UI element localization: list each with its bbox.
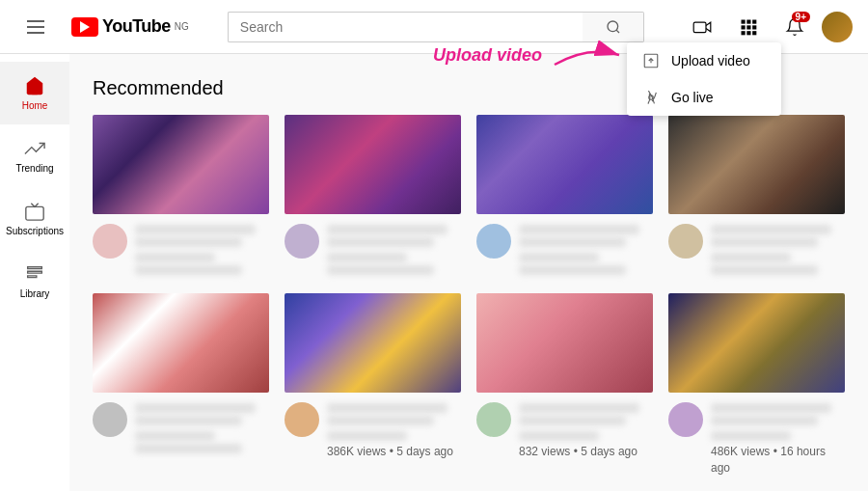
sidebar-library-label: Library: [20, 288, 50, 299]
video-title: [327, 225, 448, 234]
video-card-4[interactable]: [668, 115, 845, 278]
video-info: [285, 222, 461, 278]
video-thumbnail: [93, 115, 269, 214]
subscriptions-icon: [24, 201, 45, 222]
video-card-6[interactable]: 386K views • 5 days ago: [285, 293, 461, 477]
golive-icon: [642, 89, 660, 106]
video-title: [519, 225, 639, 234]
svg-rect-5: [752, 19, 756, 23]
channel-avatar: [476, 402, 511, 437]
video-stats: [519, 265, 626, 275]
camera-button[interactable]: [683, 8, 721, 46]
sidebar-home-label: Home: [22, 100, 48, 111]
video-title-2: [711, 237, 818, 247]
svg-rect-11: [752, 31, 756, 35]
notification-button[interactable]: 9+: [775, 8, 814, 46]
video-title-2: [135, 237, 242, 247]
sidebar-item-home[interactable]: Home: [0, 62, 69, 124]
logo[interactable]: YouTubeNG: [71, 16, 189, 37]
svg-rect-8: [752, 25, 756, 29]
video-thumbnail: [476, 115, 653, 214]
video-thumbnail: [93, 293, 269, 393]
logo-text: YouTube: [102, 16, 171, 37]
upload-icon: [642, 52, 660, 69]
channel-name: [135, 253, 215, 262]
video-title-2: [327, 416, 434, 425]
video-thumbnail: [668, 115, 845, 214]
go-live-label: Go live: [671, 90, 714, 105]
video-title: [519, 403, 639, 413]
video-info: [668, 222, 845, 278]
video-card-2[interactable]: [285, 115, 461, 278]
video-meta: 386K views • 5 days ago: [327, 400, 461, 460]
channel-avatar: [285, 402, 319, 437]
channel-avatar: [285, 224, 319, 259]
video-card-5[interactable]: [93, 293, 269, 477]
main-content: Recommended: [69, 54, 868, 491]
channel-name: [327, 431, 407, 441]
video-stats: 832 views • 5 days ago: [519, 444, 653, 460]
notification-badge: 9+: [792, 12, 810, 22]
video-thumbnail: [285, 115, 461, 214]
svg-rect-10: [746, 31, 750, 35]
video-meta: 832 views • 5 days ago: [519, 400, 653, 460]
sidebar-item-library[interactable]: Library: [0, 250, 69, 313]
svg-line-1: [616, 30, 619, 33]
apps-button[interactable]: [729, 8, 768, 46]
header-left: YouTubeNG: [15, 9, 189, 45]
video-stats: [135, 265, 242, 275]
sidebar-item-trending[interactable]: Trending: [0, 124, 69, 187]
video-title-2: [711, 416, 818, 425]
channel-avatar: [476, 224, 511, 259]
upload-video-item[interactable]: Upload video: [627, 42, 781, 79]
video-grid: 386K views • 5 days ago 832 views • 5 da…: [93, 115, 845, 476]
avatar[interactable]: [822, 12, 853, 42]
channel-name: [519, 431, 599, 441]
video-info: [93, 400, 269, 456]
video-meta: [519, 222, 653, 278]
svg-rect-2: [693, 22, 706, 32]
video-meta: [135, 400, 269, 456]
video-thumbnail: [668, 293, 845, 393]
sidebar: Home Trending Subscriptions Library: [0, 54, 69, 491]
video-title: [327, 403, 448, 413]
channel-name: [519, 253, 599, 262]
video-title: [711, 403, 831, 413]
video-info: 832 views • 5 days ago: [476, 400, 653, 460]
youtube-logo-icon: [71, 17, 98, 37]
svg-rect-12: [26, 206, 43, 220]
video-title-2: [519, 416, 626, 425]
video-card-8[interactable]: 486K views • 16 hours ago: [668, 293, 845, 477]
camera-icon: [692, 19, 713, 35]
search-form: [228, 12, 644, 42]
video-title-2: [135, 416, 242, 425]
channel-name: [135, 431, 215, 441]
hamburger-icon: [23, 16, 48, 38]
hamburger-button[interactable]: [15, 9, 56, 45]
library-icon: [24, 263, 45, 285]
video-title: [135, 403, 256, 413]
video-info: [476, 222, 653, 278]
search-input[interactable]: [228, 12, 583, 42]
channel-avatar: [668, 224, 703, 259]
go-live-item[interactable]: Go live: [627, 79, 781, 116]
channel-name: [327, 253, 407, 262]
channel-avatar: [93, 224, 127, 259]
upload-video-label: Upload video: [671, 53, 750, 68]
video-info: 486K views • 16 hours ago: [668, 400, 845, 477]
home-icon: [24, 75, 45, 96]
svg-point-0: [608, 21, 618, 32]
video-meta: [327, 222, 461, 278]
svg-rect-9: [742, 31, 746, 35]
channel-name: [711, 253, 791, 262]
video-thumbnail: [476, 293, 653, 393]
search-button[interactable]: [583, 12, 644, 42]
video-card-1[interactable]: [93, 115, 269, 278]
video-card-7[interactable]: 832 views • 5 days ago: [476, 293, 653, 477]
video-meta: [711, 222, 845, 278]
sidebar-item-subscriptions[interactable]: Subscriptions: [0, 187, 69, 250]
video-meta: [135, 222, 269, 278]
video-card-3[interactable]: [476, 115, 653, 278]
video-meta: 486K views • 16 hours ago: [711, 400, 845, 477]
logo-ng: NG: [175, 21, 189, 32]
